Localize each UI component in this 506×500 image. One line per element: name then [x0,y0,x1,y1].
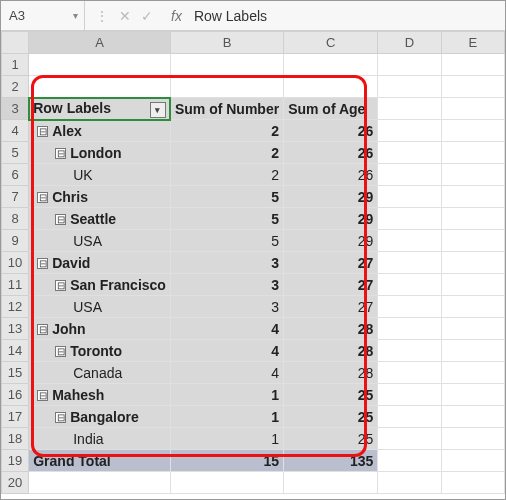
col-header-B[interactable]: B [170,32,283,54]
name-box[interactable]: A3 ▾ [1,1,85,30]
pivot-country[interactable]: USA [29,296,171,318]
row-header[interactable]: 2 [2,76,29,98]
cell[interactable] [29,76,171,98]
pivot-sum-number[interactable]: 4 [170,318,283,340]
pivot-city[interactable]: ⊟London [29,142,171,164]
pivot-sum-age[interactable]: 26 [284,142,378,164]
pivot-city[interactable]: ⊟Toronto [29,340,171,362]
cell[interactable] [441,208,504,230]
pivot-sum-age[interactable]: 25 [284,428,378,450]
cell[interactable] [441,54,504,76]
cell[interactable] [284,472,378,494]
row-header[interactable]: 6 [2,164,29,186]
fx-label[interactable]: fx [163,8,190,24]
pivot-name[interactable]: ⊟Chris [29,186,171,208]
cell[interactable] [170,76,283,98]
collapse-icon[interactable]: ⊟ [55,412,66,423]
cell[interactable] [378,98,441,120]
cell[interactable] [378,318,441,340]
row-header[interactable]: 19 [2,450,29,472]
pivot-sum-age[interactable]: 25 [284,406,378,428]
cell[interactable] [378,186,441,208]
cell[interactable] [441,164,504,186]
cell[interactable] [378,296,441,318]
cell[interactable] [378,54,441,76]
collapse-icon[interactable]: ⊟ [55,346,66,357]
pivot-country[interactable]: USA [29,230,171,252]
row-header[interactable]: 13 [2,318,29,340]
cell[interactable] [284,54,378,76]
pivot-sum-number[interactable]: 1 [170,384,283,406]
filter-dropdown-icon[interactable]: ▾ [150,102,166,118]
row-header[interactable]: 12 [2,296,29,318]
pivot-sum-age[interactable]: 26 [284,120,378,142]
cell[interactable] [441,428,504,450]
pivot-sum-age[interactable]: 27 [284,274,378,296]
cell[interactable] [378,384,441,406]
cell[interactable] [441,362,504,384]
cell[interactable] [441,186,504,208]
cell[interactable] [378,164,441,186]
pivot-name[interactable]: ⊟John [29,318,171,340]
pivot-country[interactable]: UK [29,164,171,186]
row-header[interactable]: 8 [2,208,29,230]
pivot-sum-age[interactable]: 26 [284,164,378,186]
cell[interactable] [441,76,504,98]
pivot-sum-number[interactable]: 4 [170,340,283,362]
pivot-sum-number[interactable]: 4 [170,362,283,384]
pivot-sum-age[interactable]: 29 [284,186,378,208]
row-header[interactable]: 15 [2,362,29,384]
row-header[interactable]: 7 [2,186,29,208]
cell[interactable] [378,274,441,296]
pivot-sum-number[interactable]: 2 [170,120,283,142]
collapse-icon[interactable]: ⊟ [37,258,48,269]
pivot-city[interactable]: ⊟Bangalore [29,406,171,428]
pivot-grand-total-age[interactable]: 135 [284,450,378,472]
pivot-sum-number[interactable]: 5 [170,186,283,208]
pivot-sum-age[interactable]: 27 [284,252,378,274]
collapse-icon[interactable]: ⊟ [55,214,66,225]
cell[interactable] [378,120,441,142]
pivot-country[interactable]: India [29,428,171,450]
cell[interactable] [378,76,441,98]
cell[interactable] [441,318,504,340]
cell[interactable] [170,54,283,76]
collapse-icon[interactable]: ⊟ [37,324,48,335]
pivot-sum-age[interactable]: 27 [284,296,378,318]
row-header[interactable]: 17 [2,406,29,428]
pivot-sum-number[interactable]: 1 [170,406,283,428]
pivot-country[interactable]: Canada [29,362,171,384]
cell[interactable] [378,406,441,428]
pivot-sum-number[interactable]: 5 [170,230,283,252]
collapse-icon[interactable]: ⊟ [55,280,66,291]
cell[interactable] [378,340,441,362]
cell[interactable] [378,230,441,252]
pivot-sum-age[interactable]: 29 [284,230,378,252]
pivot-sum-age[interactable]: 28 [284,340,378,362]
pivot-grand-total-label[interactable]: Grand Total [29,450,171,472]
pivot-sum-age[interactable]: 29 [284,208,378,230]
row-header[interactable]: 9 [2,230,29,252]
name-box-dropdown-icon[interactable]: ▾ [71,10,80,21]
cell[interactable] [378,362,441,384]
cell[interactable] [441,384,504,406]
row-header[interactable]: 16 [2,384,29,406]
cell[interactable] [441,450,504,472]
cell[interactable] [378,142,441,164]
cell[interactable] [441,142,504,164]
row-header[interactable]: 20 [2,472,29,494]
pivot-sum-number[interactable]: 3 [170,274,283,296]
cell[interactable] [378,428,441,450]
pivot-col2-header[interactable]: Sum of Age [284,98,378,120]
spreadsheet-grid[interactable]: A B C D E 1 2 3 Row Labels ▾ Sum of Numb… [1,31,505,494]
cell[interactable] [378,252,441,274]
cell[interactable] [378,472,441,494]
cell[interactable] [441,98,504,120]
cell[interactable] [441,230,504,252]
row-header[interactable]: 11 [2,274,29,296]
pivot-sum-number[interactable]: 5 [170,208,283,230]
col-header-A[interactable]: A [29,32,171,54]
cell[interactable] [441,472,504,494]
collapse-icon[interactable]: ⊟ [37,126,48,137]
cell[interactable] [29,472,171,494]
